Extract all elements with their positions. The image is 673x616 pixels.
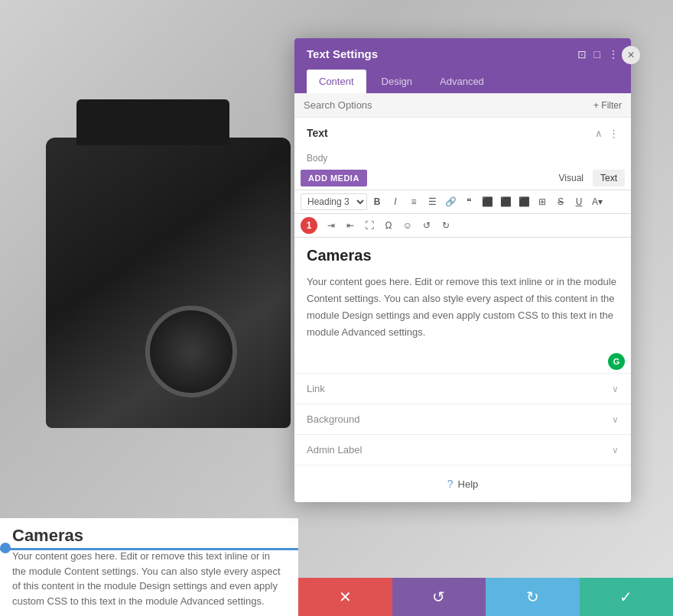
action-bar: ✕ ↺ ↻ ✓ <box>298 578 673 616</box>
tab-text[interactable]: Text <box>593 170 625 186</box>
heading-select[interactable]: Heading 3 Heading 1 Heading 2 Heading 4 … <box>301 193 367 210</box>
filter-button[interactable]: + Filter <box>593 100 622 111</box>
help-section: ? Help <box>294 465 631 502</box>
tab-content[interactable]: Content <box>307 70 366 93</box>
table-button[interactable]: ⊞ <box>534 193 551 210</box>
link-chevron-icon: ∨ <box>612 384 619 394</box>
indent-button[interactable]: ⇥ <box>323 217 340 234</box>
undo-editor-button[interactable]: ↺ <box>418 217 435 234</box>
editor-content[interactable]: Cameras Your content goes here. Edit or … <box>294 238 631 350</box>
align-left-button[interactable]: ⬛ <box>479 193 496 210</box>
admin-label-label: Admin Label <box>307 444 362 456</box>
collapse-icon[interactable]: ∧ <box>595 128 603 139</box>
format-toolbar-2: 1 ⇥ ⇤ ⛶ Ω ☺ ↺ ↻ <box>294 214 631 238</box>
search-input[interactable] <box>304 99 593 111</box>
tab-advanced[interactable]: Advanced <box>428 70 496 93</box>
link-button[interactable]: 🔗 <box>442 193 459 210</box>
special-char-button[interactable]: Ω <box>380 217 397 234</box>
settings-panel: ✕ Text Settings ⊡ □ ⋮ Content Design Adv… <box>294 38 631 502</box>
background-label: Background <box>307 413 359 425</box>
blue-dot <box>0 543 11 553</box>
grammarly-area: G <box>294 350 631 373</box>
camera-lens <box>145 306 237 397</box>
ordered-list-button[interactable]: ☰ <box>424 193 441 210</box>
panel-header-icons: ⊡ □ ⋮ <box>577 48 619 60</box>
redo-editor-button[interactable]: ↻ <box>437 217 454 234</box>
bottom-title: Cameras <box>12 526 286 546</box>
bold-button[interactable]: B <box>369 193 385 210</box>
underline-button[interactable]: U <box>571 193 587 210</box>
editor-body-text: Your content goes here. Edit or remove t… <box>307 274 619 341</box>
italic-button[interactable]: I <box>387 193 404 210</box>
expand-icon[interactable]: □ <box>594 48 600 60</box>
help-text[interactable]: Help <box>458 478 479 490</box>
link-section[interactable]: Link ∨ <box>294 374 631 404</box>
cancel-button[interactable]: ✕ <box>298 578 392 616</box>
editor-toolbar: ADD MEDIA Visual Text <box>294 167 631 190</box>
text-section-icons: ∧ ⋮ <box>595 128 619 139</box>
text-color-button[interactable]: A▾ <box>589 193 606 210</box>
section-more-icon[interactable]: ⋮ <box>609 128 619 139</box>
add-media-button[interactable]: ADD MEDIA <box>301 170 367 186</box>
blockquote-button[interactable]: ❝ <box>460 193 477 210</box>
strikethrough-button[interactable]: S <box>552 193 569 210</box>
admin-label-chevron-icon: ∨ <box>612 445 619 456</box>
save-button[interactable]: ✓ <box>580 578 674 616</box>
redo-button[interactable]: ↻ <box>486 578 580 616</box>
more-options-icon[interactable]: ⋮ <box>608 48 619 60</box>
camera-top <box>76 99 229 145</box>
align-center-button[interactable]: ⬛ <box>497 193 514 210</box>
bottom-text: Your content goes here. Edit or remove t… <box>12 549 286 608</box>
camera-image <box>46 138 291 428</box>
panel-search: + Filter <box>294 93 631 118</box>
badge-1: 1 <box>301 217 317 234</box>
tab-visual[interactable]: Visual <box>551 170 591 186</box>
blue-line <box>0 548 298 550</box>
link-label: Link <box>307 383 325 394</box>
panel-header: Text Settings ⊡ □ ⋮ <box>294 38 631 70</box>
close-button[interactable]: ✕ <box>622 46 640 64</box>
text-section-header[interactable]: Text ∧ ⋮ <box>294 118 631 148</box>
panel-body: Text ∧ ⋮ Body ADD MEDIA Visual Text Head… <box>294 118 631 502</box>
unordered-list-button[interactable]: ≡ <box>405 193 422 210</box>
editor-heading: Cameras <box>307 247 619 264</box>
background-chevron-icon: ∨ <box>612 414 619 425</box>
background-section[interactable]: Background ∨ <box>294 404 631 435</box>
emoji-button[interactable]: ☺ <box>399 217 416 234</box>
bottom-content-area: Cameras Your content goes here. Edit or … <box>0 518 298 616</box>
panel-tabs: Content Design Advanced <box>294 70 631 93</box>
text-section: Text ∧ ⋮ Body ADD MEDIA Visual Text Head… <box>294 118 631 374</box>
undo-button[interactable]: ↺ <box>392 578 486 616</box>
minimize-icon[interactable]: ⊡ <box>577 48 587 60</box>
fullscreen-button[interactable]: ⛶ <box>361 217 378 234</box>
tab-design[interactable]: Design <box>369 70 424 93</box>
help-icon: ? <box>447 478 454 490</box>
body-label: Body <box>294 148 631 167</box>
outdent-button[interactable]: ⇤ <box>342 217 359 234</box>
align-right-button[interactable]: ⬛ <box>515 193 532 210</box>
visual-text-tabs: Visual Text <box>551 170 625 186</box>
format-toolbar: Heading 3 Heading 1 Heading 2 Heading 4 … <box>294 190 631 214</box>
panel-title: Text Settings <box>307 47 378 60</box>
text-section-title: Text <box>307 127 328 139</box>
grammarly-button[interactable]: G <box>608 353 625 370</box>
admin-label-section[interactable]: Admin Label ∨ <box>294 435 631 465</box>
